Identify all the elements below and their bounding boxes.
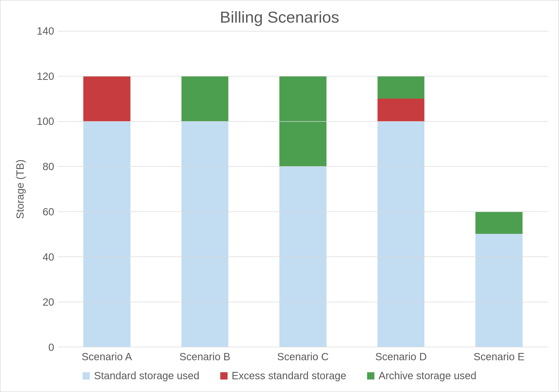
y-tick-label: 120 bbox=[37, 70, 54, 82]
bar-stack bbox=[181, 31, 229, 347]
plot-row: Storage (TB) 020406080100120140 bbox=[11, 31, 548, 347]
y-tick-label: 0 bbox=[48, 342, 54, 353]
y-axis-title-wrap: Storage (TB) bbox=[11, 31, 29, 347]
legend-item: Excess standard storage bbox=[220, 370, 346, 382]
bar-stack bbox=[475, 31, 523, 347]
x-category-row: Scenario AScenario BScenario CScenario D… bbox=[58, 347, 548, 363]
plot-area bbox=[58, 31, 548, 347]
bar-stack bbox=[378, 31, 425, 347]
y-tick-label: 60 bbox=[43, 206, 54, 217]
gridline bbox=[58, 76, 548, 76]
bar-slot bbox=[58, 31, 156, 347]
legend-swatch bbox=[220, 372, 228, 380]
legend-label: Excess standard storage bbox=[232, 370, 346, 382]
bar-segment bbox=[378, 99, 425, 121]
x-category-label: Scenario D bbox=[352, 347, 450, 363]
bar-segment bbox=[378, 76, 425, 99]
y-tick-label: 80 bbox=[43, 161, 54, 172]
bars-layer bbox=[58, 31, 548, 347]
y-axis-title: Storage (TB) bbox=[14, 159, 26, 219]
chart-frame: Billing Scenarios Storage (TB) 020406080… bbox=[0, 0, 559, 392]
legend-label: Archive storage used bbox=[379, 370, 476, 382]
gridline bbox=[58, 256, 548, 257]
x-category-label: Scenario C bbox=[254, 347, 352, 363]
bar-segment bbox=[181, 121, 229, 347]
gridline bbox=[58, 211, 548, 212]
legend-label: Standard storage used bbox=[94, 370, 199, 382]
bar-segment bbox=[475, 211, 523, 234]
bar-slot bbox=[450, 31, 548, 347]
gridline bbox=[58, 166, 548, 167]
legend-swatch bbox=[83, 372, 90, 380]
bar-slot bbox=[156, 31, 254, 347]
legend: Standard storage usedExcess standard sto… bbox=[11, 363, 548, 384]
y-tick-label: 40 bbox=[43, 251, 54, 263]
y-tick-label: 20 bbox=[43, 296, 54, 308]
bar-segment bbox=[378, 121, 425, 347]
y-tick-label: 140 bbox=[37, 25, 54, 37]
chart-title: Billing Scenarios bbox=[11, 8, 548, 26]
gridline bbox=[58, 31, 548, 31]
legend-item: Standard storage used bbox=[83, 370, 199, 382]
gridline bbox=[58, 302, 548, 302]
legend-swatch bbox=[367, 372, 374, 380]
bar-stack bbox=[83, 31, 130, 347]
x-category-label: Scenario B bbox=[156, 347, 254, 363]
legend-item: Archive storage used bbox=[367, 370, 476, 382]
x-category-label: Scenario E bbox=[450, 347, 548, 363]
bar-segment bbox=[475, 234, 523, 347]
bar-slot bbox=[352, 31, 450, 347]
bar-stack bbox=[279, 31, 326, 347]
bar-segment bbox=[181, 76, 229, 121]
bar-slot bbox=[254, 31, 352, 347]
y-tick-column: 020406080100120140 bbox=[29, 31, 58, 347]
x-category-label: Scenario A bbox=[58, 347, 156, 363]
bar-segment bbox=[83, 121, 130, 347]
bar-segment bbox=[83, 76, 130, 121]
y-tick-label: 100 bbox=[37, 115, 54, 127]
gridline bbox=[58, 121, 548, 122]
